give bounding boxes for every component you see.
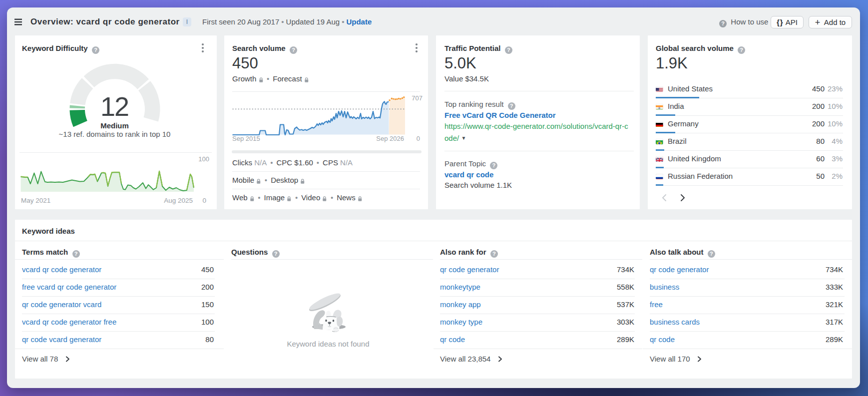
svg-text:12: 12 <box>100 91 128 121</box>
svg-text:~13 ref. domains to rank in to: ~13 ref. domains to rank in top 10 <box>59 130 171 138</box>
svg-text:Medium: Medium <box>100 121 129 130</box>
